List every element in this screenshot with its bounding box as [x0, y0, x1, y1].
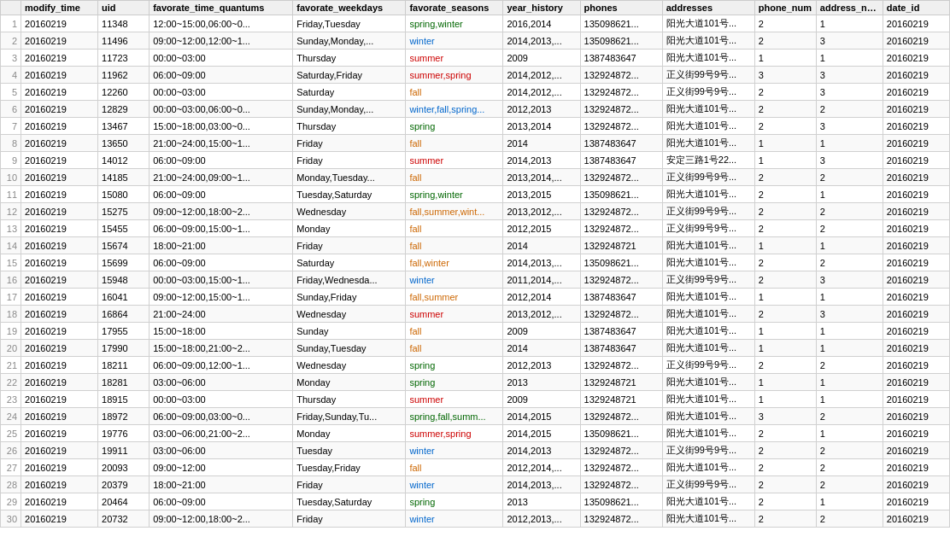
cell-addresses: 正义街99号9号... — [662, 476, 754, 493]
cell-address_num: 1 — [816, 340, 883, 357]
cell-year_history: 2012,2015 — [503, 220, 580, 237]
table-row: 24201602191897206:00~09:00,03:00~0...Fri… — [1, 408, 950, 425]
col-header-favseason[interactable]: favorate_seasons — [406, 1, 503, 15]
col-header-phonenum[interactable]: phone_num — [754, 1, 816, 15]
cell-rownum: 26 — [1, 442, 21, 459]
cell-favorate_seasons: spring — [406, 493, 503, 510]
cell-favorate_seasons: fall — [406, 220, 503, 237]
cell-address_num: 2 — [816, 459, 883, 476]
cell-address_num: 2 — [816, 357, 883, 374]
cell-favorate_seasons: spring — [406, 118, 503, 135]
cell-addresses: 阳光大道101号... — [662, 50, 754, 67]
cell-rownum: 24 — [1, 408, 21, 425]
cell-favorate_weekdays: Sunday,Tuesday — [293, 340, 406, 357]
cell-date_id: 20160219 — [883, 391, 949, 408]
cell-year_history: 2013,2012,... — [503, 203, 580, 220]
cell-year_history: 2013,2012,... — [503, 306, 580, 323]
cell-addresses: 安定三路1号22... — [662, 152, 754, 169]
cell-uid: 11962 — [98, 67, 150, 84]
cell-year_history: 2014 — [503, 340, 580, 357]
cell-phone_num: 2 — [754, 220, 816, 237]
cell-addresses: 阳光大道101号... — [662, 118, 754, 135]
cell-favorate_weekdays: Friday — [293, 476, 406, 493]
cell-favorate_seasons: spring — [406, 374, 503, 391]
cell-addresses: 阳光大道101号... — [662, 254, 754, 271]
cell-modify_time: 20160219 — [21, 50, 98, 67]
col-header-phones[interactable]: phones — [580, 1, 662, 15]
cell-favorate_time_quantums: 18:00~21:00 — [150, 237, 293, 254]
cell-addresses: 阳光大道101号... — [662, 493, 754, 510]
cell-favorate_weekdays: Wednesday — [293, 357, 406, 374]
cell-phone_num: 1 — [754, 50, 816, 67]
cell-favorate_weekdays: Sunday,Monday,... — [293, 101, 406, 118]
cell-addresses: 阳光大道101号... — [662, 374, 754, 391]
table-row: 6201602191282900:00~03:00,06:00~0...Sund… — [1, 101, 950, 118]
cell-year_history: 2014,2013 — [503, 442, 580, 459]
cell-date_id: 20160219 — [883, 203, 949, 220]
cell-favorate_time_quantums: 03:00~06:00 — [150, 374, 293, 391]
cell-uid: 11723 — [98, 50, 150, 67]
cell-date_id: 20160219 — [883, 15, 949, 32]
col-header-addresses[interactable]: addresses — [662, 1, 754, 15]
cell-year_history: 2014,2013,... — [503, 476, 580, 493]
cell-favorate_weekdays: Friday — [293, 510, 406, 528]
cell-favorate_time_quantums: 00:00~03:00,15:00~1... — [150, 271, 293, 289]
cell-favorate_weekdays: Thursday — [293, 50, 406, 67]
cell-addresses: 阳光大道101号... — [662, 408, 754, 425]
cell-rownum: 30 — [1, 510, 21, 528]
cell-rownum: 10 — [1, 169, 21, 186]
cell-uid: 15699 — [98, 254, 150, 271]
cell-phones: 132924872... — [580, 220, 662, 237]
table-row: 7201602191346715:00~18:00,03:00~0...Thur… — [1, 118, 950, 135]
cell-phones: 135098621... — [580, 32, 662, 50]
cell-favorate_seasons: winter,fall,spring... — [406, 101, 503, 118]
table-row: 2201602191149609:00~12:00,12:00~1...Sund… — [1, 32, 950, 50]
cell-uid: 18281 — [98, 374, 150, 391]
cell-favorate_seasons: winter — [406, 271, 503, 289]
col-header-uid[interactable]: uid — [98, 1, 150, 15]
cell-phone_num: 2 — [754, 169, 816, 186]
cell-date_id: 20160219 — [883, 135, 949, 152]
col-header-yearhist[interactable]: year_history — [503, 1, 580, 15]
cell-addresses: 阳光大道101号... — [662, 186, 754, 203]
cell-favorate_weekdays: Saturday — [293, 254, 406, 271]
cell-address_num: 3 — [816, 67, 883, 84]
cell-modify_time: 20160219 — [21, 101, 98, 118]
cell-address_num: 3 — [816, 152, 883, 169]
col-header-modify-time[interactable]: modify_time — [21, 1, 98, 15]
cell-addresses: 阳光大道101号... — [662, 289, 754, 306]
col-header-favtime[interactable]: favorate_time_quantums — [150, 1, 293, 15]
table-row: 8201602191365021:00~24:00,15:00~1...Frid… — [1, 135, 950, 152]
cell-favorate_weekdays: Friday,Wednesda... — [293, 271, 406, 289]
cell-modify_time: 20160219 — [21, 340, 98, 357]
cell-favorate_weekdays: Sunday,Monday,... — [293, 32, 406, 50]
cell-modify_time: 20160219 — [21, 67, 98, 84]
table-header-row: modify_time uid favorate_time_quantums f… — [1, 1, 950, 15]
cell-date_id: 20160219 — [883, 306, 949, 323]
cell-modify_time: 20160219 — [21, 186, 98, 203]
cell-favorate_weekdays: Wednesday — [293, 203, 406, 220]
data-table-container: modify_time uid favorate_time_quantums f… — [0, 0, 950, 528]
cell-address_num: 1 — [816, 425, 883, 442]
cell-address_num: 2 — [816, 203, 883, 220]
cell-addresses: 正义街99号9号... — [662, 67, 754, 84]
col-header-addrnum[interactable]: address_num — [816, 1, 883, 15]
cell-phone_num: 3 — [754, 67, 816, 84]
cell-phones: 132924872... — [580, 84, 662, 101]
cell-favorate_seasons: fall — [406, 169, 503, 186]
cell-favorate_time_quantums: 21:00~24:00,09:00~1... — [150, 169, 293, 186]
cell-address_num: 2 — [816, 510, 883, 528]
cell-favorate_time_quantums: 21:00~24:00 — [150, 306, 293, 323]
cell-favorate_seasons: fall — [406, 84, 503, 101]
cell-modify_time: 20160219 — [21, 374, 98, 391]
cell-uid: 12260 — [98, 84, 150, 101]
cell-favorate_time_quantums: 06:00~09:00 — [150, 67, 293, 84]
cell-rownum: 13 — [1, 220, 21, 237]
cell-uid: 20732 — [98, 510, 150, 528]
col-header-dateid[interactable]: date_id — [883, 1, 949, 15]
col-header-favweek[interactable]: favorate_weekdays — [293, 1, 406, 15]
cell-modify_time: 20160219 — [21, 254, 98, 271]
cell-rownum: 23 — [1, 391, 21, 408]
cell-favorate_seasons: winter — [406, 476, 503, 493]
cell-address_num: 2 — [816, 408, 883, 425]
